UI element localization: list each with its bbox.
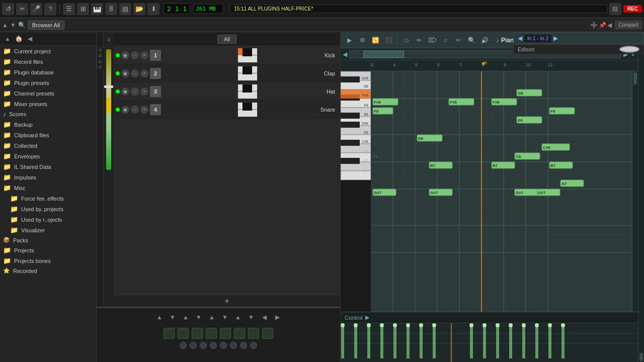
- playlist-icon[interactable]: ▤: [119, 3, 131, 15]
- sidebar-item-collected[interactable]: 📁 Collected: [0, 140, 96, 151]
- mixer-icon2[interactable]: ⊟: [609, 3, 621, 15]
- knob-6[interactable]: [230, 342, 237, 349]
- sidebar-item-backup[interactable]: 📁 Backup: [0, 119, 96, 130]
- ch-solo-4[interactable]: -: [131, 106, 139, 114]
- sidebar-item-current-project[interactable]: 📁 Current project: [0, 46, 96, 56]
- track-up2-icon[interactable]: ▲: [181, 313, 190, 322]
- fader-btn-4[interactable]: [206, 328, 217, 339]
- ch-solo-3[interactable]: -: [131, 87, 139, 96]
- pr-eraser-icon[interactable]: ⌦: [427, 35, 438, 46]
- volume-handle[interactable]: [104, 85, 113, 88]
- track-down-icon[interactable]: ▼: [168, 313, 177, 322]
- knob-8[interactable]: [250, 342, 257, 349]
- ch-fx-3[interactable]: +: [140, 87, 148, 96]
- sidebar-item-recent-files[interactable]: 📁 Recent files: [0, 56, 96, 67]
- cut-icon[interactable]: ✂: [16, 3, 28, 15]
- pr-play-icon[interactable]: ▶: [344, 35, 355, 46]
- help-icon[interactable]: ?: [44, 3, 56, 15]
- v-scrollbar-thumb[interactable]: [633, 72, 637, 84]
- sidebar-item-projects[interactable]: 📁 Projects: [0, 245, 96, 255]
- all-button[interactable]: All: [217, 35, 236, 44]
- control-expand-icon[interactable]: ▶: [365, 314, 369, 321]
- mic-icon[interactable]: 🎤: [30, 3, 42, 15]
- sidebar-item-packs[interactable]: 📦 Packs: [0, 235, 96, 245]
- pr-speaker-icon[interactable]: 🔊: [479, 35, 490, 46]
- sidebar-item-projects-bones[interactable]: 📁 Projects bones: [0, 255, 96, 266]
- fader-btn-5[interactable]: [220, 328, 231, 339]
- ch-mute-4[interactable]: ◉: [121, 106, 129, 114]
- grid-icon[interactable]: ⊞: [77, 3, 89, 15]
- browser-icon[interactable]: 📂: [133, 3, 145, 15]
- sidebar-item-used-by-projects[interactable]: 📁 Used by..projects: [0, 204, 96, 214]
- right-scrollbar-thumb[interactable]: [639, 353, 643, 361]
- track-up-icon[interactable]: ▲: [155, 313, 164, 322]
- sidebar-item-recorded[interactable]: ⭐ Recorded: [0, 266, 96, 276]
- rec-button[interactable]: REC: [623, 5, 642, 13]
- in-right-icon[interactable]: ▶: [553, 35, 558, 42]
- nav-left-icon[interactable]: ◀: [343, 51, 347, 58]
- edison-knob[interactable]: [619, 46, 639, 53]
- fader-btn-6[interactable]: [234, 328, 245, 339]
- sidebar-up-icon[interactable]: ▲: [3, 34, 12, 43]
- knob-1[interactable]: [180, 342, 187, 349]
- track-down2-icon[interactable]: ▼: [194, 313, 203, 322]
- ch-solo-2[interactable]: -: [131, 69, 139, 77]
- sidebar-item-clipboard[interactable]: 📁 Clipboard files: [0, 130, 96, 140]
- sidebar-item-force-fee[interactable]: 📁 Force fee..effects: [0, 193, 96, 204]
- sidebar-home-icon[interactable]: 🏠: [14, 34, 23, 43]
- download-icon[interactable]: ⬇: [147, 3, 159, 15]
- pr-slice-icon[interactable]: ✂: [453, 35, 464, 46]
- pr-mute-icon[interactable]: ○: [440, 35, 451, 46]
- search-icon[interactable]: 🔍: [18, 22, 26, 29]
- knob-7[interactable]: [240, 342, 247, 349]
- sidebar-item-channel-presets[interactable]: 📁 Channel presets: [0, 88, 96, 99]
- pr-zoom-icon[interactable]: 🔍: [466, 35, 477, 46]
- track-down3-icon[interactable]: ▼: [220, 313, 229, 322]
- add-icon[interactable]: ➕: [590, 22, 598, 29]
- fader-btn-8[interactable]: [262, 328, 273, 339]
- knob-3[interactable]: [200, 342, 207, 349]
- left-arrow-icon[interactable]: ◀: [607, 22, 612, 29]
- down-arrow-icon[interactable]: ▼: [10, 22, 16, 29]
- fader-btn-7[interactable]: [248, 328, 259, 339]
- sidebar-item-visualizer[interactable]: 📁 Visualizer: [0, 225, 96, 235]
- mix-icon[interactable]: 🎚: [105, 3, 117, 15]
- knob-5[interactable]: [220, 342, 227, 349]
- fader-btn-2[interactable]: [178, 328, 189, 339]
- ch-fx-4[interactable]: +: [140, 106, 148, 114]
- track-right-icon[interactable]: ▶: [273, 313, 282, 322]
- track-up4-icon[interactable]: ▲: [233, 313, 243, 322]
- fader-btn-3[interactable]: [192, 328, 203, 339]
- vertical-scrollbar[interactable]: [632, 71, 638, 312]
- track-down4-icon[interactable]: ▼: [247, 313, 256, 322]
- pr-select-icon[interactable]: ◇: [400, 35, 412, 46]
- sidebar-left-icon[interactable]: ◀: [25, 34, 34, 43]
- track-left-icon[interactable]: ◀: [260, 313, 269, 322]
- note-grid[interactable]: F#8 F#8 F#8 F8 F8 G8 E8: [371, 71, 632, 312]
- ch-mute-1[interactable]: ◉: [121, 51, 129, 59]
- up-arrow-icon[interactable]: ▲: [2, 22, 8, 29]
- pr-pencil-icon[interactable]: ✏: [414, 35, 425, 46]
- add-channel-button[interactable]: +: [114, 295, 340, 307]
- pr-loop-icon[interactable]: 🔁: [370, 35, 381, 46]
- ch-fx-2[interactable]: +: [140, 69, 148, 77]
- compact-button[interactable]: Compact: [615, 21, 642, 29]
- ch-mute-3[interactable]: ◉: [121, 87, 129, 96]
- knob-2[interactable]: [190, 342, 197, 349]
- sidebar-item-plugin-presets[interactable]: 📁 Plugin presets: [0, 77, 96, 88]
- sidebar-item-envelopes[interactable]: 📁 Envelopes: [0, 151, 96, 161]
- sidebar-item-used-by-r[interactable]: 📁 Used by r..ojects: [0, 214, 96, 225]
- sidebar-item-impulses[interactable]: 📁 Impulses: [0, 172, 96, 183]
- sidebar-item-scores[interactable]: ♪ Scores: [0, 109, 96, 119]
- track-up3-icon[interactable]: ▲: [207, 313, 216, 322]
- sidebar-item-mixer-presets[interactable]: 📁 Mixer presets: [0, 99, 96, 109]
- browser-all-button[interactable]: Browser All: [28, 21, 64, 30]
- menu-icon[interactable]: ☰: [63, 3, 75, 15]
- sidebar-item-plugin-database[interactable]: 📁 Plugin database: [0, 67, 96, 77]
- fader-btn-1[interactable]: [164, 328, 175, 339]
- ch-mute-2[interactable]: ◉: [121, 69, 129, 77]
- piano-icon[interactable]: 🎹: [91, 3, 103, 15]
- ch-fx-1[interactable]: +: [140, 51, 148, 59]
- knob-4[interactable]: [210, 342, 217, 349]
- sidebar-item-il-shared-data[interactable]: 📁 IL Shared Data: [0, 161, 96, 172]
